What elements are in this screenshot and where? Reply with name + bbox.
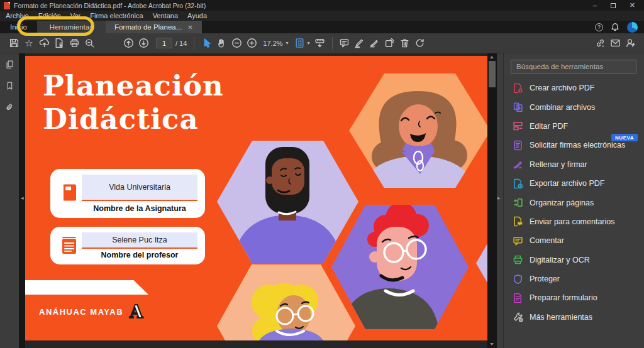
menu-firma-electronica[interactable]: Firma electrónica bbox=[90, 12, 143, 19]
tool-item-preparar-formulario[interactable]: Preparar formulario bbox=[504, 288, 644, 307]
search-icon[interactable] bbox=[82, 36, 97, 51]
user-avatar[interactable] bbox=[627, 22, 638, 33]
menu-archivo[interactable]: Archivo bbox=[6, 12, 29, 19]
tool-item-digitalizar-y-ocr[interactable]: Digitalizar y OCR bbox=[504, 251, 644, 269]
menu-ayuda[interactable]: Ayuda bbox=[187, 12, 207, 19]
window-title: Formato de Planeación Didáctica.pdf - Ad… bbox=[14, 2, 206, 9]
book-icon bbox=[57, 183, 82, 204]
comment-note-icon[interactable] bbox=[337, 36, 352, 51]
hand-tool-icon[interactable] bbox=[214, 36, 229, 51]
page-thumbnails-icon[interactable] bbox=[5, 60, 14, 72]
link-icon[interactable] bbox=[592, 36, 608, 51]
tool-item-combinar-archivos[interactable]: Combinar archivos bbox=[504, 97, 644, 116]
zoom-in-icon[interactable] bbox=[244, 36, 259, 51]
tool-item-solicitar-firmas[interactable]: Solicitar firmas electrónicas NUEVA bbox=[504, 136, 644, 155]
tab-document[interactable]: Formato de Planea... ✕ bbox=[106, 21, 202, 33]
tool-item-proteger[interactable]: Proteger bbox=[504, 269, 644, 288]
notifications-bell-icon[interactable] bbox=[610, 22, 620, 32]
asignatura-card: Vida Universitaria Nombre de la Asignatu… bbox=[50, 169, 205, 218]
page-up-icon[interactable] bbox=[121, 36, 136, 51]
tool-item-exportar-archivo-pdf[interactable]: Exportar archivo PDF bbox=[504, 174, 644, 193]
protected-page-icon[interactable] bbox=[52, 36, 67, 51]
anahuac-logo: A bbox=[130, 302, 143, 322]
asignatura-label: Nombre de la Asignatura bbox=[82, 204, 197, 213]
tool-item-rellenar-y-firmar[interactable]: Rellenar y firmar bbox=[504, 155, 644, 174]
menu-edicion[interactable]: Edición bbox=[38, 12, 61, 19]
slide-title: Planeación Didáctica bbox=[43, 70, 224, 136]
attachments-paperclip-icon[interactable] bbox=[5, 102, 14, 114]
tool-item-label: Rellenar y firmar bbox=[530, 160, 587, 169]
tool-item-label: Exportar archivo PDF bbox=[530, 179, 604, 188]
tool-item-enviar-para-comentarios[interactable]: Enviar para comentarios bbox=[504, 212, 644, 231]
collapse-left-pane-icon[interactable]: ◂ bbox=[21, 195, 24, 201]
page-display-icon[interactable] bbox=[292, 36, 308, 51]
zoom-out-icon[interactable] bbox=[229, 36, 244, 51]
rotate-icon[interactable] bbox=[413, 36, 428, 51]
chevron-down-icon[interactable]: ▾ bbox=[308, 40, 310, 46]
vertical-scrollbar[interactable] bbox=[487, 53, 497, 348]
maximize-icon[interactable] bbox=[611, 3, 616, 8]
zoom-level-dropdown[interactable]: 17.2%▾ bbox=[263, 40, 288, 47]
page-down-icon[interactable] bbox=[136, 36, 151, 51]
pdf-file-icon bbox=[4, 2, 10, 9]
tool-item-mas-herramientas[interactable]: Más herramientas bbox=[504, 308, 644, 327]
menu-ver[interactable]: Ver bbox=[70, 12, 81, 19]
bookmarks-icon[interactable] bbox=[5, 81, 14, 93]
left-navigation-pane bbox=[0, 53, 19, 348]
share-upload-icon[interactable] bbox=[36, 36, 52, 51]
edit-pdf-icon bbox=[513, 121, 523, 131]
scroll-up-icon[interactable] bbox=[490, 56, 494, 58]
asignatura-form-field[interactable]: Vida Universitaria bbox=[82, 175, 197, 200]
tab-document-label: Formato de Planea... bbox=[114, 23, 182, 31]
save-icon[interactable] bbox=[6, 36, 21, 51]
tool-item-editar-pdf[interactable]: Editar PDF bbox=[504, 117, 644, 136]
print-icon[interactable] bbox=[67, 36, 82, 51]
tab-bar: Inicio Herramientas Formato de Planea...… bbox=[0, 21, 644, 33]
tool-item-label: Preparar formulario bbox=[530, 293, 597, 302]
title-bar: Formato de Planeación Didáctica.pdf - Ad… bbox=[0, 0, 644, 11]
tool-item-label: Comentar bbox=[530, 236, 564, 245]
sign-ink-icon[interactable] bbox=[367, 36, 382, 51]
tab-inicio[interactable]: Inicio bbox=[0, 21, 37, 33]
field-underline bbox=[82, 200, 197, 201]
scroll-down-icon[interactable] bbox=[490, 343, 494, 345]
profesor-form-field[interactable]: Selene Puc Itza bbox=[82, 232, 197, 247]
tab-herramientas[interactable]: Herramientas bbox=[37, 21, 106, 33]
help-icon[interactable]: ? bbox=[595, 23, 603, 31]
notepad-icon bbox=[57, 235, 82, 256]
favorite-star-icon[interactable]: ☆ bbox=[21, 36, 36, 51]
minimize-icon[interactable]: – bbox=[593, 2, 597, 9]
profesor-card: Selene Puc Itza Nombre del profesor bbox=[50, 227, 205, 264]
request-signatures-icon bbox=[513, 140, 523, 151]
nueva-badge: NUEVA bbox=[611, 134, 638, 141]
fit-width-icon[interactable] bbox=[313, 36, 328, 51]
tool-item-crear-archivo-pdf[interactable]: Crear archivo PDF bbox=[504, 79, 644, 97]
menu-ventana[interactable]: Ventana bbox=[153, 12, 178, 19]
brand-lockup: ANÁHUAC MAYAB A bbox=[39, 302, 143, 322]
add-user-icon[interactable] bbox=[623, 36, 638, 51]
expand-right-pane-icon[interactable]: ▸ bbox=[497, 195, 501, 201]
pdf-page: Planeación Didáctica Vida Universitaria … bbox=[25, 56, 487, 340]
tool-item-comentar[interactable]: Comentar bbox=[504, 231, 644, 250]
document-workspace: ◂ bbox=[0, 53, 644, 348]
tools-search-input[interactable] bbox=[511, 60, 636, 73]
acrobat-window: Formato de Planeación Didáctica.pdf - Ad… bbox=[0, 0, 644, 348]
tool-item-label: Proteger bbox=[530, 275, 560, 283]
export-pdf-icon bbox=[513, 178, 523, 189]
tool-item-label: Editar PDF bbox=[530, 122, 568, 131]
scrollbar-thumb[interactable] bbox=[489, 61, 496, 87]
highlight-icon[interactable] bbox=[352, 36, 367, 51]
delete-trash-icon[interactable] bbox=[397, 36, 413, 51]
close-icon[interactable]: ✕ bbox=[630, 2, 635, 9]
tab-close-icon[interactable]: ✕ bbox=[187, 24, 192, 31]
tool-item-organizar-paginas[interactable]: Organizar páginas bbox=[504, 193, 644, 212]
send-comments-icon bbox=[513, 216, 523, 227]
select-tool-icon[interactable] bbox=[199, 36, 214, 51]
stamp-icon[interactable] bbox=[382, 36, 397, 51]
organize-pages-icon bbox=[513, 197, 523, 208]
page-number-input[interactable] bbox=[156, 38, 172, 48]
email-icon[interactable] bbox=[608, 36, 623, 51]
zoom-level-value: 17.2% bbox=[263, 40, 282, 47]
fill-sign-icon bbox=[513, 159, 523, 170]
profesor-label: Nombre del profesor bbox=[82, 251, 197, 259]
